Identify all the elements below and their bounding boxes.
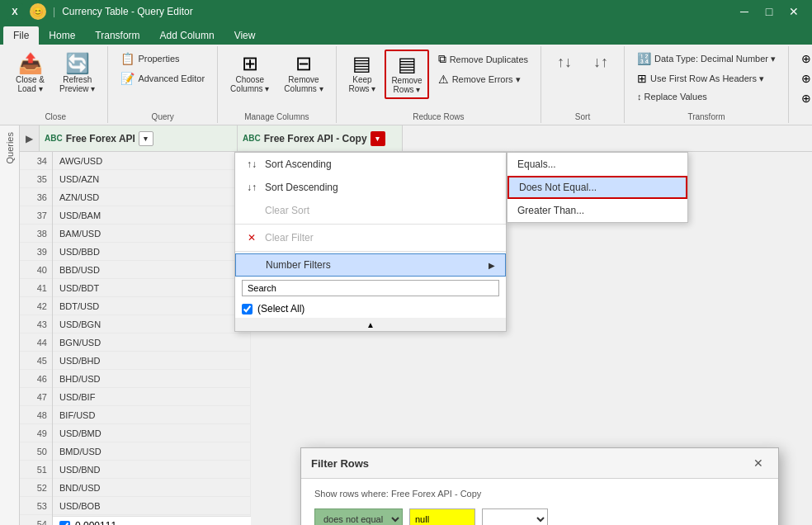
filter-btn-copy[interactable]: ▾: [371, 131, 385, 146]
submenu-greater-than[interactable]: Greater Than...: [508, 199, 687, 222]
combine-binaries-button[interactable]: ⊕ Combine Binaries: [795, 89, 812, 107]
table-row[interactable]: USD/BOB: [53, 497, 251, 515]
column-header-main[interactable]: ABC Free Forex API ▾: [40, 125, 238, 151]
close-button[interactable]: ✕: [782, 0, 805, 23]
remove-errors-button[interactable]: ⚠ Remove Errors ▾: [432, 70, 534, 88]
table-row[interactable]: USD/BMD: [53, 424, 251, 442]
table-row[interactable]: BDT/USD: [53, 297, 251, 315]
table-row[interactable]: USD/BGN: [53, 315, 251, 333]
expand-button[interactable]: ▶: [20, 125, 40, 151]
menu-search-container: [235, 277, 506, 300]
append-queries-button[interactable]: ⊕ Append Queries: [795, 69, 812, 88]
row-number: 54: [20, 515, 52, 525]
condition-select[interactable]: does not equal equals greater than less …: [314, 508, 403, 525]
row-number: 45: [20, 352, 52, 370]
table-row[interactable]: USD/AZN: [53, 170, 251, 188]
maximize-button[interactable]: □: [758, 0, 781, 23]
table-row[interactable]: USD/BIF: [53, 388, 251, 406]
table-row[interactable]: BND/USD: [53, 479, 251, 497]
tab-file[interactable]: File: [3, 26, 39, 45]
menu-separator-2: [235, 251, 506, 252]
refresh-preview-button[interactable]: 🔄 RefreshPreview ▾: [54, 50, 101, 97]
close-load-button[interactable]: 📤 Close &Load ▾: [10, 50, 50, 97]
replace-values-button[interactable]: ↕ Replace Values: [631, 89, 781, 104]
tab-view[interactable]: View: [224, 26, 266, 45]
sort-label: Sort: [575, 111, 590, 123]
table-row[interactable]: USD/BHD: [53, 352, 251, 370]
table-row[interactable]: BGN/USD: [53, 333, 251, 352]
menu-sort-ascending[interactable]: ↑↓ Sort Ascending: [235, 153, 506, 176]
remove-rows-button[interactable]: ▤ RemoveRows ▾: [385, 50, 428, 99]
table-row[interactable]: USD/BBD: [53, 243, 251, 261]
merge-queries-button[interactable]: ⊕ Merge Queries: [795, 50, 812, 68]
tab-home[interactable]: Home: [39, 26, 85, 45]
sort-desc-button[interactable]: ↓↑: [584, 50, 617, 75]
col-type-icon: ABC: [45, 134, 63, 143]
use-first-row-button[interactable]: ⊞ Use First Row As Headers ▾: [631, 69, 781, 88]
keep-rows-label: KeepRows ▾: [349, 75, 376, 93]
advanced-editor-button[interactable]: 📝 Advanced Editor: [115, 69, 210, 88]
table-row[interactable]: AZN/USD: [53, 188, 251, 206]
sort-asc-button[interactable]: ↑↓: [548, 50, 581, 75]
menu-number-filters[interactable]: Number Filters ▶: [235, 253, 506, 277]
bottom-value: 0.000111: [75, 520, 116, 525]
table-row[interactable]: BAM/USD: [53, 225, 251, 243]
filter-btn-main[interactable]: ▾: [139, 131, 153, 146]
merge-icon: ⊕: [801, 52, 811, 65]
data-type-button[interactable]: 🔢 Data Type: Decimal Number ▾: [631, 50, 781, 68]
table-row[interactable]: USD/BND: [53, 461, 251, 479]
tab-transform[interactable]: Transform: [85, 26, 149, 45]
row-number: 49: [20, 424, 52, 442]
table-row[interactable]: BMD/USD: [53, 442, 251, 461]
menu-scroll-up[interactable]: ▲: [235, 318, 506, 331]
row-number: 48: [20, 406, 52, 424]
col-copy-type-icon: ABC: [243, 134, 261, 143]
table-row[interactable]: BIF/USD: [53, 406, 251, 424]
minimize-button[interactable]: ─: [733, 0, 756, 23]
keep-rows-button[interactable]: ▤ KeepRows ▾: [343, 50, 382, 97]
submenu-equals[interactable]: Equals...: [508, 153, 687, 176]
sort-desc-icon: ↓↑: [593, 54, 608, 71]
properties-button[interactable]: 📋 Properties: [115, 50, 210, 68]
bottom-checkbox[interactable]: [59, 521, 70, 526]
column-header-copy[interactable]: ABC Free Forex API - Copy ▾: [238, 125, 403, 151]
tab-add-column[interactable]: Add Column: [150, 26, 224, 45]
number-filters-arrow: ▶: [489, 261, 495, 270]
table-row[interactable]: USD/BDT: [53, 279, 251, 297]
remove-duplicates-label: Remove Duplicates: [450, 54, 528, 64]
choose-columns-button[interactable]: ⊞ ChooseColumns ▾: [224, 50, 275, 97]
select-all-checkbox[interactable]: [242, 304, 253, 315]
table-row[interactable]: BBD/USD: [53, 261, 251, 279]
table-row[interactable]: AWG/USD: [53, 152, 251, 170]
table-row[interactable]: BHD/USD: [53, 370, 251, 388]
sort-asc-icon: ↑↓: [557, 54, 572, 71]
clear-filter-label: Clear Filter: [265, 232, 314, 244]
append-icon: ⊕: [801, 72, 811, 85]
row-numbers: 3435363738394041424344454647484950515253…: [20, 152, 53, 525]
row-number: 50: [20, 442, 52, 461]
table-area: ▶ ABC Free Forex API ▾ ABC Free Forex AP…: [20, 125, 812, 525]
ribbon-group-reduce-rows: ▤ KeepRows ▾ ▤ RemoveRows ▾ ⧉ Remove Dup…: [337, 46, 541, 123]
ribbon-tabs: File Home Transform Add Column View: [0, 23, 812, 45]
remove-columns-button[interactable]: ⊟ RemoveColumns ▾: [278, 50, 328, 97]
submenu-does-not-equal[interactable]: Does Not Equal...: [508, 176, 687, 199]
ribbon-group-close: 📤 Close &Load ▾ 🔄 RefreshPreview ▾ Close: [3, 46, 108, 123]
transform-group-content: 🔢 Data Type: Decimal Number ▾ ⊞ Use Firs…: [631, 46, 781, 111]
close-group-label: Close: [45, 111, 66, 123]
menu-clear-sort: Clear Sort: [235, 199, 506, 222]
number-filters-label: Number Filters: [266, 259, 331, 271]
dialog-close-button[interactable]: ✕: [748, 455, 768, 471]
row-number: 53: [20, 497, 52, 515]
close-load-icon: 📤: [18, 54, 43, 73]
dialog-title-bar: Filter Rows ✕: [301, 448, 778, 479]
table-row[interactable]: USD/BAM: [53, 206, 251, 225]
remove-duplicates-button[interactable]: ⧉ Remove Duplicates: [432, 50, 534, 69]
filter-value-input[interactable]: [409, 508, 475, 525]
menu-search-input[interactable]: [242, 280, 499, 296]
combine-stack: ⊕ Merge Queries ⊕ Append Queries ⊕ Combi…: [795, 50, 812, 107]
value-type-select[interactable]: [482, 508, 548, 525]
use-first-row-label: Use First Row As Headers ▾: [650, 73, 764, 84]
menu-sort-descending[interactable]: ↓↑ Sort Descending: [235, 176, 506, 199]
menu-select-all[interactable]: (Select All): [235, 300, 506, 318]
remove-columns-icon: ⊟: [295, 54, 312, 73]
